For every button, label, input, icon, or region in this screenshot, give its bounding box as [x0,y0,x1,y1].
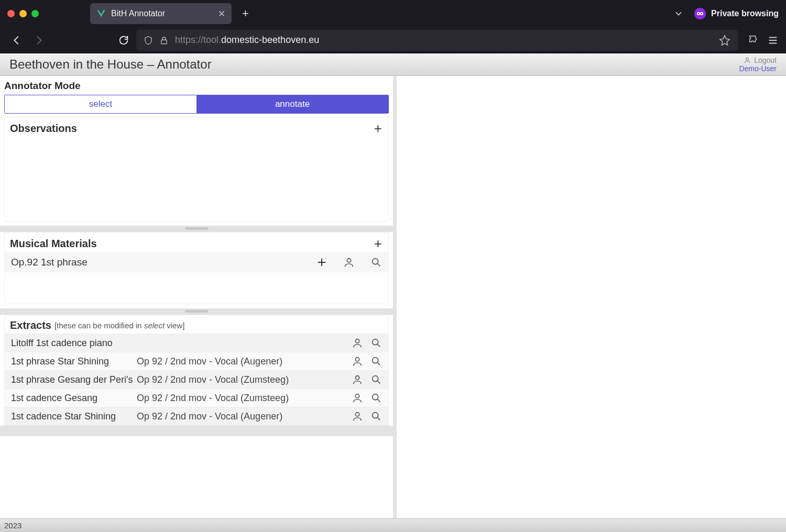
extracts-panel: Extracts [these can be modified in selec… [4,315,389,426]
mode-label: Annotator Mode [4,80,389,92]
search-icon[interactable] [370,356,382,367]
add-material-button[interactable]: + [374,237,382,250]
pane-divider[interactable] [0,226,393,232]
observations-title: Observations [10,123,77,135]
search-icon[interactable] [370,392,382,404]
tab-close-icon[interactable]: ✕ [218,8,225,19]
window-close-dot[interactable] [7,10,15,17]
extract-name: 1st cadence Star Shining [11,411,137,422]
user-icon[interactable] [352,411,363,422]
extract-detail: Op 92 / 2nd mov - Vocal (Zumsteeg) [137,393,352,404]
user-icon [744,57,751,64]
lock-icon [159,36,169,45]
svg-point-6 [746,58,749,60]
extract-detail: Op 92 / 2nd mov - Vocal (Augener) [137,411,352,422]
chevron-down-icon[interactable] [673,8,684,19]
extracts-title: Extracts [10,319,51,331]
extract-detail: Op 92 / 2nd mov - Vocal (Augener) [137,356,352,367]
add-observation-button[interactable]: + [374,121,382,135]
extract-name: 1st cadence Gesang [11,393,137,404]
svg-point-15 [355,394,359,398]
svg-point-16 [373,394,378,400]
content-area: Annotator Mode select annotate Observati… [0,76,786,518]
window-max-dot[interactable] [31,10,39,17]
private-browsing-badge: Private browsing [694,8,779,19]
observations-panel: Observations + [4,117,389,221]
browser-tab[interactable]: BitH Annotator ✕ [90,3,232,24]
svg-point-18 [373,413,378,418]
extract-name: Litolff 1st cadence piano [11,338,137,349]
mask-icon [694,8,706,19]
user-icon[interactable] [352,374,363,385]
tab-title: BitH Annotator [111,9,213,18]
search-icon[interactable] [370,337,382,349]
svg-point-17 [355,413,359,416]
pane-divider[interactable] [0,308,393,315]
reload-button[interactable] [114,31,133,50]
plus-icon[interactable] [316,257,328,268]
extract-row[interactable]: 1st phrase Star Shining Op 92 / 2nd mov … [5,352,388,370]
user-icon[interactable] [352,356,363,367]
window-controls [7,10,39,17]
footer: 2023 [0,518,786,532]
svg-point-13 [355,376,359,380]
url-text: https://tool.domestic-beethoven.eu [175,35,319,46]
material-row[interactable]: Op.92 1st phrase [5,252,388,272]
extract-name: 1st phrase Star Shining [11,356,137,367]
search-icon[interactable] [370,374,382,385]
browser-toolbar: https://tool.domestic-beethoven.eu [0,27,786,53]
materials-panel: Musical Materials + Op.92 1st phrase [4,232,389,304]
browser-tab-strip: BitH Annotator ✕ + Private browsing [0,0,786,27]
private-browsing-label: Private browsing [711,9,779,18]
extract-row[interactable]: 1st phrase Gesang der Peri's Op 92 / 2nd… [5,370,388,389]
extracts-note: [these can be modified in select view] [54,321,184,330]
page-title: Beethoven in the House – Annotator [9,57,212,72]
user-name: Demo-User [739,64,777,73]
user-icon[interactable] [343,257,355,268]
svg-rect-5 [161,40,167,44]
mode-select-button[interactable]: select [5,95,196,113]
extract-name: 1st phrase Gesang der Peri's [11,374,137,385]
window-min-dot[interactable] [19,10,27,17]
svg-point-12 [373,358,378,363]
materials-title: Musical Materials [10,238,97,250]
app-header: Beethoven in the House – Annotator Logou… [0,53,786,76]
svg-point-8 [373,259,378,264]
vue-icon [96,9,106,18]
search-icon[interactable] [370,257,382,268]
new-tab-button[interactable]: + [242,7,249,20]
material-name: Op.92 1st phrase [11,257,88,268]
extract-detail: Op 92 / 2nd mov - Vocal (Zumsteeg) [137,374,352,385]
extract-row[interactable]: Litolff 1st cadence piano [5,334,388,352]
svg-point-11 [355,358,359,361]
extract-row[interactable]: 1st cadence Star Shining Op 92 / 2nd mov… [5,407,388,425]
svg-point-10 [373,339,378,345]
mode-annotate-button[interactable]: annotate [196,95,388,113]
shield-icon [144,36,153,45]
svg-point-14 [373,376,378,382]
url-bar[interactable]: https://tool.domestic-beethoven.eu [136,30,738,51]
back-button[interactable] [7,31,26,50]
svg-point-3 [698,13,700,15]
forward-button[interactable] [29,31,48,50]
svg-point-7 [347,259,351,262]
left-pane: Annotator Mode select annotate Observati… [0,76,397,518]
footer-year: 2023 [4,521,21,530]
svg-point-9 [355,339,359,343]
logout-link[interactable]: Logout [739,56,777,64]
star-icon[interactable] [719,35,730,46]
puzzle-icon[interactable] [748,35,760,46]
user-icon[interactable] [352,337,363,349]
mode-toggle: select annotate [4,95,389,114]
svg-point-4 [701,13,703,15]
right-pane [397,76,786,518]
search-icon[interactable] [370,411,382,422]
extract-row[interactable]: 1st cadence Gesang Op 92 / 2nd mov - Voc… [5,389,388,407]
menu-icon[interactable] [767,35,779,46]
user-icon[interactable] [352,392,363,404]
